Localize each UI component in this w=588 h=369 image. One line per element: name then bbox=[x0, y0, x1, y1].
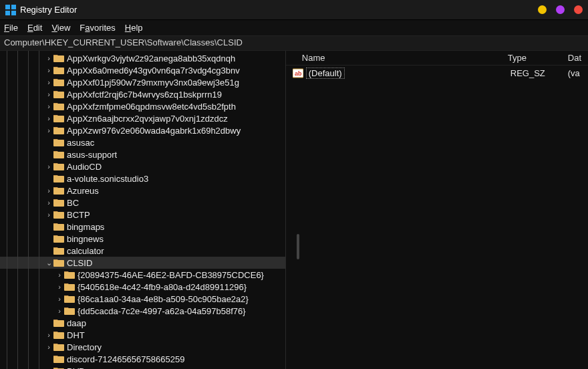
folder-icon bbox=[53, 174, 64, 183]
menu-edit[interactable]: Edit bbox=[27, 23, 42, 33]
content: ›AppXwrkgv3vjytw2z92anega8abb35xqdnqh›Ap… bbox=[0, 51, 588, 369]
folder-icon bbox=[53, 66, 64, 75]
chevron-right-icon[interactable]: › bbox=[56, 307, 63, 315]
tree-node-label: Directory bbox=[67, 342, 102, 352]
tree-node[interactable]: discord-712465656758665259 bbox=[0, 353, 285, 365]
tree-node-label: a-volute.sonicstudio3 bbox=[67, 174, 148, 184]
folder-icon bbox=[53, 342, 64, 352]
folder-icon bbox=[53, 330, 64, 340]
svg-rect-12 bbox=[53, 152, 64, 158]
tree-node[interactable]: ⌄CLSID bbox=[0, 257, 285, 269]
col-data[interactable]: Dat bbox=[568, 53, 581, 63]
chevron-right-icon[interactable]: › bbox=[45, 343, 52, 351]
svg-rect-24 bbox=[64, 296, 75, 303]
chevron-right-icon[interactable]: › bbox=[45, 211, 52, 219]
chevron-right-icon[interactable]: › bbox=[45, 54, 52, 62]
chevron-right-icon[interactable]: › bbox=[56, 271, 63, 279]
chevron-right-icon[interactable]: › bbox=[45, 66, 52, 74]
svg-rect-4 bbox=[53, 55, 64, 62]
folder-icon bbox=[64, 282, 75, 291]
folder-icon bbox=[53, 126, 64, 135]
tree-node[interactable]: ›BCTP bbox=[0, 209, 285, 221]
tree-node-label: daap bbox=[67, 318, 86, 328]
svg-rect-18 bbox=[53, 224, 64, 231]
window-title: Registry Editor bbox=[20, 5, 77, 15]
tree-node-label: CLSID bbox=[67, 258, 92, 268]
tree-node-label: BCTP bbox=[67, 210, 90, 220]
chevron-down-icon[interactable]: ⌄ bbox=[45, 259, 52, 267]
close-button[interactable] bbox=[574, 5, 583, 14]
svg-rect-3 bbox=[11, 11, 16, 15]
tree-node[interactable]: ›DVD bbox=[0, 365, 285, 369]
tree-node[interactable]: ›{86ca1aa0-34aa-4e8b-a509-50c905bae2a2} bbox=[0, 293, 285, 305]
tree-node[interactable]: a-volute.sonicstudio3 bbox=[0, 172, 285, 184]
menu-help[interactable]: Help bbox=[125, 23, 143, 33]
tree-node[interactable]: ›AppXx6a0med6y43gv0vn6qa7r3vdg4cg3bnv bbox=[0, 64, 285, 76]
tree-node-label: AudioCD bbox=[67, 162, 102, 172]
address-bar[interactable]: Computer\HKEY_CURRENT_USER\Software\Clas… bbox=[0, 36, 588, 51]
tree-node-label: AppXx6a0med6y43gv0vn6qa7r3vdg4cg3bnv bbox=[67, 66, 240, 76]
tree-node[interactable]: calculator bbox=[0, 245, 285, 257]
tree-node[interactable]: asus-support bbox=[0, 148, 285, 160]
svg-rect-22 bbox=[64, 272, 75, 279]
chevron-right-icon[interactable]: › bbox=[56, 283, 63, 291]
tree-pane[interactable]: ›AppXwrkgv3vjytw2z92anega8abb35xqdnqh›Ap… bbox=[0, 51, 286, 369]
tree-node[interactable]: ›DHT bbox=[0, 329, 285, 341]
tree-node[interactable]: ›AppXxfctf2rqj6c7b4wrvys6zq1bskprrn19 bbox=[0, 88, 285, 100]
tree-node-label: asus-support bbox=[67, 150, 117, 160]
folder-icon bbox=[64, 270, 75, 279]
svg-rect-21 bbox=[53, 260, 64, 267]
chevron-right-icon[interactable]: › bbox=[45, 78, 52, 86]
chevron-right-icon[interactable]: › bbox=[45, 126, 52, 134]
tree-node[interactable]: ›{dd5cacda-7c2e-4997-a62a-04a597b58f76} bbox=[0, 305, 285, 317]
tree-node[interactable]: ›Directory bbox=[0, 341, 285, 353]
chevron-right-icon[interactable]: › bbox=[45, 114, 52, 122]
value-row[interactable]: ab(Default)REG_SZ(va bbox=[286, 66, 588, 80]
chevron-right-icon[interactable]: › bbox=[45, 90, 52, 98]
tree-node-label: AppXxfctf2rqj6c7b4wrvys6zq1bskprrn19 bbox=[67, 90, 222, 100]
tree-node[interactable]: ›AppXzwr976v2e060wada4gabrk1x69h2dbwy bbox=[0, 124, 285, 136]
chevron-right-icon[interactable]: › bbox=[56, 295, 63, 303]
tree-node-label: DVD bbox=[67, 366, 85, 370]
menu-favorites[interactable]: Favorites bbox=[80, 23, 115, 33]
tree-node[interactable]: bingnews bbox=[0, 233, 285, 245]
tree-node[interactable]: bingmaps bbox=[0, 221, 285, 233]
tree-node-label: {5405618e-4c42-4fb9-a80a-d24d89911296} bbox=[78, 282, 247, 292]
value-name: (Default) bbox=[306, 68, 345, 79]
minimize-button[interactable] bbox=[538, 5, 547, 14]
tree-node-label: {dd5cacda-7c2e-4997-a62a-04a597b58f76} bbox=[78, 306, 246, 316]
tree-node[interactable]: ›BC bbox=[0, 197, 285, 209]
chevron-right-icon[interactable]: › bbox=[45, 162, 52, 170]
tree-node[interactable]: ›AppXwrkgv3vjytw2z92anega8abb35xqdnqh bbox=[0, 52, 285, 64]
menu-view[interactable]: View bbox=[51, 23, 70, 33]
tree-node[interactable]: ›{20894375-46AE-46E2-BAFD-CB38975CDCE6} bbox=[0, 269, 285, 281]
svg-rect-13 bbox=[53, 164, 64, 170]
tree-node-label: asusac bbox=[67, 138, 94, 148]
tree-node[interactable]: ›AppXxf01pj590w7z9mxmyv3nx0a9ewj3e51g bbox=[0, 76, 285, 88]
regedit-icon bbox=[5, 5, 16, 15]
splitter-handle[interactable] bbox=[297, 234, 299, 259]
chevron-right-icon[interactable]: › bbox=[45, 199, 52, 207]
tree-node[interactable]: ›AudioCD bbox=[0, 160, 285, 172]
tree-node[interactable]: asusac bbox=[0, 136, 285, 148]
chevron-right-icon[interactable]: › bbox=[45, 102, 52, 110]
col-name[interactable]: Name bbox=[293, 53, 508, 63]
folder-icon bbox=[53, 114, 64, 123]
tree-node[interactable]: ›AppXzn6aajbcrxx2qvxjawp7v0xnj1zdzdcz bbox=[0, 112, 285, 124]
col-type[interactable]: Type bbox=[508, 53, 568, 63]
value-header[interactable]: Name Type Dat bbox=[286, 51, 588, 66]
chevron-right-icon[interactable]: › bbox=[45, 331, 52, 339]
tree-node-label: AppXzwr976v2e060wada4gabrk1x69h2dbwy bbox=[67, 126, 241, 136]
maximize-button[interactable] bbox=[556, 5, 565, 14]
menu-file[interactable]: File bbox=[4, 23, 18, 33]
tree-node[interactable]: daap bbox=[0, 317, 285, 329]
tree-node[interactable]: ›AppXxfzmfpme06qpdmsvw8etc4vd5sb2fpth bbox=[0, 100, 285, 112]
svg-rect-6 bbox=[53, 80, 64, 86]
chevron-right-icon[interactable]: › bbox=[45, 187, 52, 195]
folder-icon bbox=[64, 306, 75, 316]
folder-icon bbox=[53, 53, 64, 63]
folder-icon bbox=[53, 366, 64, 369]
tree-node[interactable]: ›{5405618e-4c42-4fb9-a80a-d24d89911296} bbox=[0, 281, 285, 293]
tree-node[interactable]: ›Azureus bbox=[0, 184, 285, 197]
folder-icon bbox=[53, 258, 64, 267]
